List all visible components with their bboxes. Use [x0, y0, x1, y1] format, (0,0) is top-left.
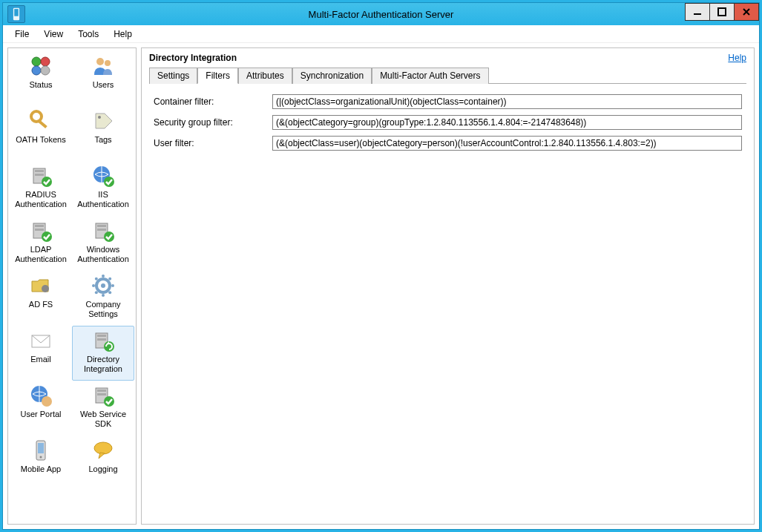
- menu-tools[interactable]: Tools: [70, 27, 106, 42]
- close-button[interactable]: [734, 3, 759, 21]
- sidebar-item-logging[interactable]: Logging: [72, 436, 134, 490]
- sidebar-item-label: Windows Authentication: [74, 245, 132, 263]
- tab-settings[interactable]: Settings: [149, 68, 197, 84]
- svg-point-36: [102, 275, 105, 278]
- main-panel: Directory Integration Help SettingsFilte…: [141, 47, 755, 525]
- security-group-filter-input[interactable]: [272, 115, 742, 130]
- titlebar[interactable]: Multi-Factor Authentication Server: [3, 3, 759, 25]
- svg-point-30: [111, 284, 114, 287]
- sidebar-item-label: IIS Authentication: [74, 190, 132, 208]
- container-filter-input[interactable]: [272, 94, 742, 109]
- sidebar-item-user-portal[interactable]: User Portal: [10, 381, 72, 436]
- sidebar-item-label: RADIUS Authentication: [12, 190, 70, 208]
- key-icon: [28, 108, 53, 134]
- sidebar-item-iis-authentication[interactable]: IIS Authentication: [72, 161, 134, 216]
- folder-gear-icon: [28, 273, 53, 298]
- sidebar-item-label: Logging: [88, 464, 117, 474]
- svg-rect-11: [37, 119, 47, 128]
- sidebar-item-directory-integration[interactable]: Directory Integration: [72, 326, 134, 381]
- tab-synchronization[interactable]: Synchronization: [292, 68, 372, 84]
- svg-point-12: [98, 116, 101, 119]
- tab-filters[interactable]: Filters: [197, 68, 238, 84]
- svg-rect-41: [97, 338, 106, 341]
- svg-point-9: [105, 60, 111, 66]
- minimize-button[interactable]: [685, 3, 710, 21]
- sidebar-item-label: Directory Integration: [74, 355, 132, 373]
- sidebar-item-radius-authentication[interactable]: RADIUS Authentication: [10, 161, 72, 216]
- sidebar-item-label: Tags: [94, 135, 111, 145]
- phone-icon: [28, 438, 53, 463]
- server-tools-icon: [91, 383, 116, 408]
- svg-rect-40: [97, 335, 106, 337]
- svg-point-8: [96, 58, 104, 65]
- svg-point-7: [41, 66, 50, 75]
- svg-point-35: [95, 278, 98, 280]
- menu-view[interactable]: View: [36, 27, 70, 42]
- sidebar-item-users[interactable]: Users: [72, 51, 134, 106]
- svg-rect-46: [97, 390, 106, 392]
- svg-point-29: [101, 283, 105, 288]
- sidebar-item-label: User Portal: [20, 410, 61, 419]
- svg-rect-2: [694, 13, 701, 15]
- help-link[interactable]: Help: [728, 53, 746, 63]
- window-title: Multi-Factor Authentication Server: [3, 9, 759, 20]
- sidebar-item-ad-fs[interactable]: AD FS: [10, 271, 72, 326]
- menu-file[interactable]: File: [7, 27, 36, 42]
- svg-rect-1: [14, 9, 19, 16]
- svg-rect-14: [35, 170, 44, 172]
- svg-point-44: [42, 396, 52, 407]
- sidebar-item-ldap-authentication[interactable]: LDAP Authentication: [10, 216, 72, 271]
- menubar: File View Tools Help: [3, 25, 759, 43]
- app-window: Multi-Factor Authentication Server File …: [2, 2, 760, 530]
- server-check-icon: [28, 218, 53, 243]
- maximize-button[interactable]: [709, 3, 735, 21]
- gear-icon: [91, 273, 116, 298]
- sidebar-item-email[interactable]: Email: [10, 326, 72, 381]
- sidebar-item-label: LDAP Authentication: [12, 245, 70, 263]
- svg-point-6: [32, 66, 41, 75]
- sidebar-item-label: AD FS: [29, 300, 53, 309]
- svg-rect-47: [97, 393, 106, 395]
- server-shield-icon: [28, 163, 53, 188]
- sidebar-item-oath-tokens[interactable]: OATH Tokens: [10, 106, 72, 161]
- container-filter-label: Container filter:: [154, 96, 272, 107]
- svg-rect-20: [35, 225, 44, 227]
- sidebar-item-label: Email: [30, 355, 51, 364]
- tab-multi-factor-auth-servers[interactable]: Multi-Factor Auth Servers: [372, 68, 488, 84]
- svg-point-37: [108, 278, 111, 280]
- user-filter-label: User filter:: [154, 138, 272, 148]
- sidebar: StatusUsersOATH TokensTagsRADIUS Authent…: [7, 47, 137, 525]
- svg-point-33: [95, 291, 98, 294]
- sidebar-item-tags[interactable]: Tags: [72, 106, 134, 161]
- tab-attributes[interactable]: Attributes: [238, 68, 292, 84]
- envelope-icon: [28, 328, 53, 353]
- svg-point-5: [41, 57, 50, 66]
- sidebar-item-mobile-app[interactable]: Mobile App: [10, 436, 72, 490]
- globe-person-icon: [28, 383, 53, 408]
- svg-point-32: [102, 294, 105, 297]
- sidebar-item-label: Mobile App: [21, 464, 61, 474]
- user-filter-input[interactable]: [272, 136, 742, 151]
- svg-rect-15: [35, 174, 44, 176]
- svg-point-52: [94, 442, 112, 454]
- svg-rect-21: [35, 229, 44, 231]
- sidebar-item-label: Users: [93, 80, 114, 90]
- menu-help[interactable]: Help: [106, 27, 139, 42]
- svg-rect-3: [718, 8, 726, 16]
- sidebar-item-label: OATH Tokens: [16, 135, 65, 145]
- security-group-filter-label: Security group filter:: [154, 117, 272, 128]
- sidebar-item-status[interactable]: Status: [10, 51, 72, 106]
- svg-rect-25: [97, 229, 106, 231]
- tab-strip: SettingsFiltersAttributesSynchronization…: [149, 68, 746, 84]
- server-sync-icon: [91, 328, 116, 353]
- sidebar-item-company-settings[interactable]: Company Settings: [72, 271, 134, 326]
- section-title: Directory Integration: [149, 53, 237, 63]
- sidebar-item-label: Company Settings: [74, 300, 132, 318]
- sidebar-item-label: Status: [29, 80, 52, 90]
- svg-point-27: [42, 285, 49, 292]
- svg-rect-24: [97, 225, 106, 227]
- sidebar-item-web-service-sdk[interactable]: Web Service SDK: [72, 381, 134, 436]
- svg-point-4: [32, 57, 41, 66]
- sidebar-item-windows-authentication[interactable]: Windows Authentication: [72, 216, 134, 271]
- svg-point-34: [92, 284, 95, 287]
